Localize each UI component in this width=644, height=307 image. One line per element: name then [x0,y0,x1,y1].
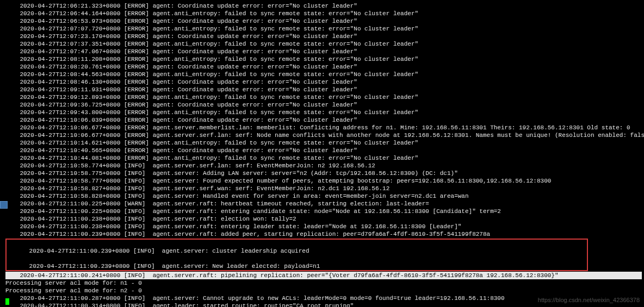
log-line: 2020-04-27T12:10:40.565+0800 [ERROR] age… [5,147,642,154]
log-line: 2020-04-27T12:10:58.828+0800 [INFO] agen… [5,192,642,200]
log-line: Processing server acl mode for: n2 - 0 [5,287,642,295]
log-line: 2020-04-27T12:10:58.827+0800 [INFO] agen… [5,185,642,192]
log-line: 2020-04-27T12:11:00.239+0800 [INFO] agen… [15,248,309,254]
log-line: 2020-04-27T12:08:11.208+0800 [ERROR] age… [5,55,642,63]
watermark-text: https://blog.csdn.net/weixin_42366378 [538,296,640,304]
terminal-cursor [5,298,9,305]
terminal-log-output[interactable]: 2020-04-27T12:06:21.323+0800 [ERROR] age… [5,2,642,238]
log-line: 2020-04-27T12:10:14.621+0800 [ERROR] age… [5,139,642,147]
log-line: 2020-04-27T12:10:58.777+0800 [INFO] agen… [5,177,642,185]
log-line: 2020-04-27T12:11:00.239+0800 [INFO] agen… [5,230,642,238]
log-line: 2020-04-27T12:11:00.238+0800 [INFO] agen… [5,223,642,230]
log-line: 2020-04-27T12:09:12.893+0800 [ERROR] age… [5,93,642,101]
log-line: 2020-04-27T12:07:07.720+0800 [ERROR] age… [5,25,642,33]
log-line: 2020-04-27T12:08:20.761+0800 [ERROR] age… [5,63,642,71]
log-line: 2020-04-27T12:10:58.774+0800 [INFO] agen… [5,162,642,170]
log-line: 2020-04-27T12:06:53.973+0800 [ERROR] age… [5,17,642,25]
log-line: 2020-04-27T12:09:43.800+0800 [ERROR] age… [5,109,642,116]
window-indicator-icon [0,201,8,209]
log-line: 2020-04-27T12:10:06.039+0800 [ERROR] age… [5,116,642,124]
selected-log-line[interactable]: 2020-04-27T12:11:00.241+0800 [INFO] agen… [5,272,642,279]
log-line: 2020-04-27T12:10:06.677+0800 [ERROR] age… [5,131,642,139]
log-line: 2020-04-27T12:07:37.351+0800 [ERROR] age… [5,40,642,48]
log-line: 2020-04-27T12:09:36.725+0800 [ERROR] age… [5,101,642,109]
log-line: 2020-04-27T12:11:00.225+0800 [WARN] agen… [5,200,642,208]
log-line: 2020-04-27T12:11:00.239+0800 [INFO] agen… [15,263,586,270]
log-line: 2020-04-27T12:08:46.130+0800 [ERROR] age… [5,78,642,86]
log-line: 2020-04-27T12:07:23.170+0800 [ERROR] age… [5,33,642,40]
log-line: 2020-04-27T12:06:21.323+0800 [ERROR] age… [5,2,642,10]
highlighted-log-region: 2020-04-27T12:11:00.239+0800 [INFO] agen… [5,239,588,271]
log-line: 2020-04-27T12:11:00.225+0800 [INFO] agen… [5,208,642,215]
log-line: 2020-04-27T12:08:44.563+0800 [ERROR] age… [5,71,642,78]
log-line: 2020-04-27T12:10:44.081+0800 [ERROR] age… [5,154,642,162]
log-line: 2020-04-27T12:06:44.164+0800 [ERROR] age… [5,10,642,17]
log-line: 2020-04-27T12:09:11.931+0800 [ERROR] age… [5,86,642,93]
processing-lines: Processing server acl mode for: n1 - 0Pr… [5,279,642,295]
log-line: 2020-04-27T12:07:47.067+0800 [ERROR] age… [5,48,642,55]
log-line: 2020-04-27T12:10:58.775+0800 [INFO] agen… [5,170,642,177]
log-line: 2020-04-27T12:10:06.677+0800 [ERROR] age… [5,124,642,131]
log-line: Processing server acl mode for: n1 - 0 [5,279,642,287]
log-line: 2020-04-27T12:11:00.238+0800 [INFO] agen… [5,215,642,223]
